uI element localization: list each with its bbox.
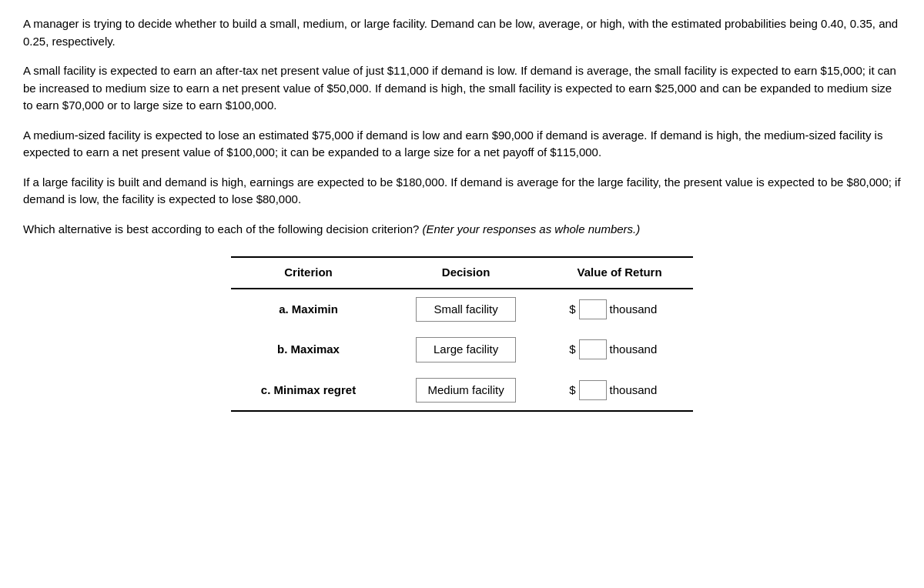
- criterion-cell: c. Minimax regret: [231, 370, 386, 412]
- table-header-row: Criterion Decision Value of Return: [231, 257, 693, 289]
- decision-cell: Small facility: [386, 289, 546, 330]
- value-cell: $thousand: [546, 329, 693, 370]
- thousand-label: thousand: [610, 301, 658, 319]
- paragraph-3: A medium-sized facility is expected to l…: [23, 127, 901, 162]
- dollar-sign: $: [569, 341, 575, 359]
- value-cell: $thousand: [546, 289, 693, 330]
- header-decision: Decision: [386, 257, 546, 289]
- header-value: Value of Return: [546, 257, 693, 289]
- paragraph-5: Which alternative is best according to e…: [23, 221, 901, 239]
- paragraph-1: A manager is trying to decide whether to…: [23, 15, 901, 50]
- value-input[interactable]: [579, 380, 607, 400]
- table-row: c. Minimax regretMedium facility$thousan…: [231, 370, 693, 412]
- dollar-sign: $: [569, 382, 575, 399]
- thousand-label: thousand: [610, 341, 658, 359]
- decision-table-wrapper: Criterion Decision Value of Return a. Ma…: [23, 256, 901, 412]
- table-row: a. MaximinSmall facility$thousand: [231, 289, 693, 330]
- decision-cell: Medium facility: [386, 370, 546, 412]
- criterion-cell: a. Maximin: [231, 289, 386, 330]
- decision-box: Medium facility: [416, 378, 516, 403]
- decision-box: Large facility: [416, 337, 516, 362]
- criterion-cell: b. Maximax: [231, 329, 386, 370]
- decision-cell: Large facility: [386, 329, 546, 370]
- paragraph-4: If a large facility is built and demand …: [23, 174, 901, 209]
- table-row: b. MaximaxLarge facility$thousand: [231, 329, 693, 370]
- value-input[interactable]: [579, 299, 607, 319]
- thousand-label: thousand: [610, 382, 658, 399]
- value-cell: $thousand: [546, 370, 693, 412]
- decision-table: Criterion Decision Value of Return a. Ma…: [231, 256, 693, 412]
- value-input[interactable]: [579, 339, 607, 359]
- paragraph-2: A small facility is expected to earn an …: [23, 62, 901, 115]
- decision-box: Small facility: [416, 297, 516, 322]
- header-criterion: Criterion: [231, 257, 386, 289]
- dollar-sign: $: [569, 301, 575, 319]
